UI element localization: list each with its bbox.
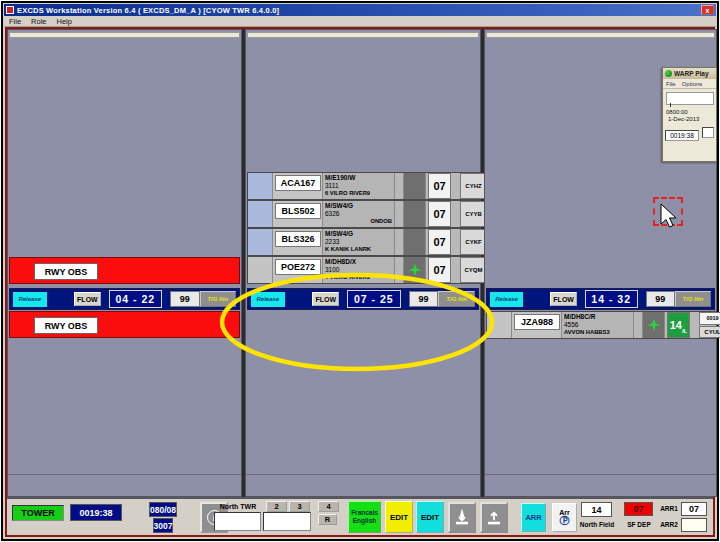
callsign: POE272 [275, 259, 321, 275]
release-button[interactable]: Release [490, 292, 523, 307]
arr1-label: ARR1 [658, 504, 680, 513]
position-button-2[interactable]: 2 [266, 501, 287, 512]
arrival-bay-button[interactable] [448, 502, 476, 533]
lang-line-2: English [353, 517, 376, 525]
position-button-r[interactable]: R [318, 514, 337, 525]
runway-designator[interactable]: 14 - 32 [585, 290, 638, 308]
flight-strip-bls326[interactable]: BLS326 M/SW4/G 2233 K KANIK LANRK 07 CYK… [247, 228, 480, 256]
flight-strip-poe272[interactable]: POE272 M/DH8D/X 3100 6 VILRO RIVER9 [247, 256, 480, 284]
route: ONDOB [325, 217, 392, 226]
count-box[interactable]: 99 [170, 291, 200, 307]
warp-menu-bar: File Options [663, 79, 716, 89]
flow-button[interactable]: FLOW [74, 292, 101, 306]
release-button[interactable]: Release [13, 292, 47, 307]
p-circle-icon: Ⓟ [560, 516, 570, 526]
callsign: BLS326 [275, 231, 321, 247]
flight-strip-aca167[interactable]: ACA167 M/E190/W 3111 6 VILRO RIVER9 07 C… [247, 172, 480, 200]
plane-landing-icon [453, 509, 471, 527]
warp-time-field-2[interactable] [702, 127, 714, 138]
runway-designator[interactable]: 04 - 22 [109, 290, 162, 308]
aircraft-info-cell: M/SW4/G 6326 ONDOB [323, 201, 395, 227]
route: AVVON HABBS3 [564, 328, 631, 337]
rwy-obstruction-strip-top[interactable]: RWY OBS [9, 257, 240, 284]
window-title: EXCDS Workstation Version 6.4 ( EXCDS_DM… [17, 6, 279, 15]
clock-display: 0019:38 [70, 504, 122, 521]
destination-cell: CYYB [460, 201, 487, 227]
runway-designator[interactable]: 07 - 25 [347, 290, 400, 308]
tg-itin-button[interactable]: T/G Itin [675, 291, 711, 307]
arr1-value[interactable]: 07 [681, 502, 707, 516]
strip-accent-cell [487, 312, 512, 338]
language-toggle-button[interactable]: Francais English [348, 501, 381, 533]
altimeter-value: 3007 [153, 518, 174, 533]
callsign: JZA988 [514, 314, 560, 330]
runway-cell[interactable]: 14/L [667, 312, 690, 338]
runway-cell[interactable]: 07 [428, 229, 451, 255]
edit-button-yellow[interactable]: EDIT [385, 501, 413, 533]
callsign-cell: JZA988 [512, 312, 562, 338]
bay-column-left: RWY OBS Release FLOW 04 - 22 99 T/G Itin… [7, 29, 242, 497]
position-input-2[interactable] [263, 512, 311, 531]
squawk-code: 2233 [325, 238, 392, 245]
status-cell [404, 201, 426, 227]
tower-button[interactable]: TOWER [12, 505, 64, 521]
bay-divider [485, 474, 716, 475]
arr2-value[interactable] [681, 518, 707, 532]
menu-bar: File Role Help [4, 16, 716, 27]
departing-aircraft-icon [408, 263, 422, 277]
arr2-label: ARR2 [658, 520, 680, 529]
warp-time-field[interactable]: 0019:38 [665, 130, 699, 141]
aircraft-info-cell: M/SW4/G 2233 K KANIK LANRK [323, 229, 395, 255]
warp-menu-file[interactable]: File [666, 81, 676, 87]
position-label: North TWR [214, 502, 262, 511]
wind-value: 080/08 [149, 502, 177, 517]
status-cell [404, 229, 426, 255]
edit-button-cyan[interactable]: EDIT [416, 501, 444, 533]
sf-dep-label: SF DEP [621, 520, 657, 529]
count-box[interactable]: 99 [646, 291, 675, 307]
release-button[interactable]: Release [251, 292, 285, 307]
flow-button[interactable]: FLOW [312, 292, 339, 306]
warp-menu-options[interactable]: Options [682, 81, 703, 87]
warp-title-bar[interactable]: WARP Play [663, 68, 716, 79]
callsign-cell: ACA167 [273, 173, 323, 199]
rwy-obs-label: RWY OBS [34, 263, 98, 280]
menu-role[interactable]: Role [31, 17, 46, 26]
warp-playback-slider[interactable] [666, 92, 714, 105]
rwy-obstruction-strip-bottom[interactable]: RWY OBS [9, 311, 240, 338]
tg-itin-button[interactable]: T/G Itin [200, 291, 236, 307]
destination-cell: CYHZ [460, 173, 487, 199]
position-button-3[interactable]: 3 [289, 501, 310, 512]
wind-altimeter-display: 080/08 3007 [131, 502, 195, 533]
aircraft-type: M/E190/W [325, 174, 392, 182]
sf-dep-value[interactable]: 07 [624, 502, 653, 516]
close-icon[interactable]: x [701, 5, 714, 15]
position-input[interactable] [214, 512, 261, 531]
flight-strip-jza988[interactable]: JZA988 M/DH8C/R 4556 AVVON HABBS3 [486, 311, 717, 339]
menu-help[interactable]: Help [57, 17, 72, 26]
warp-date: 1-Dec-2013 [668, 116, 716, 122]
callsign: BLS502 [275, 203, 321, 219]
position-button-4[interactable]: 4 [318, 501, 339, 512]
departure-bay-button[interactable] [480, 502, 508, 533]
bay-divider [8, 474, 241, 475]
flow-button[interactable]: FLOW [550, 292, 576, 306]
strip-accent-cell [248, 173, 273, 199]
warp-app-icon [665, 70, 672, 77]
north-field-value[interactable]: 14 [581, 502, 612, 517]
menu-file[interactable]: File [9, 17, 21, 26]
aircraft-info-cell: M/DH8D/X 3100 6 VILRO RIVER9 [323, 257, 395, 283]
destination-cell: CYKF [460, 229, 487, 255]
runway-side: /L [682, 328, 687, 334]
runway-cell[interactable]: 07 [428, 201, 451, 227]
count-box[interactable]: 99 [409, 291, 439, 307]
runway-cell[interactable]: 07 [428, 257, 451, 283]
tg-itin-button[interactable]: T/G Itin [438, 291, 475, 307]
runway-cell[interactable]: 07 [428, 173, 451, 199]
aircraft-info-cell: M/DH8C/R 4556 AVVON HABBS3 [562, 312, 634, 338]
runway-header-right: Release FLOW 14 - 32 99 T/G Itin [486, 288, 715, 310]
bay-header-middle [247, 32, 479, 38]
arr-button[interactable]: ARR [521, 503, 546, 532]
flight-strip-bls502[interactable]: BLS502 M/SW4/G 6326 ONDOB 07 CYYB [247, 200, 480, 228]
status-cell [404, 257, 426, 283]
